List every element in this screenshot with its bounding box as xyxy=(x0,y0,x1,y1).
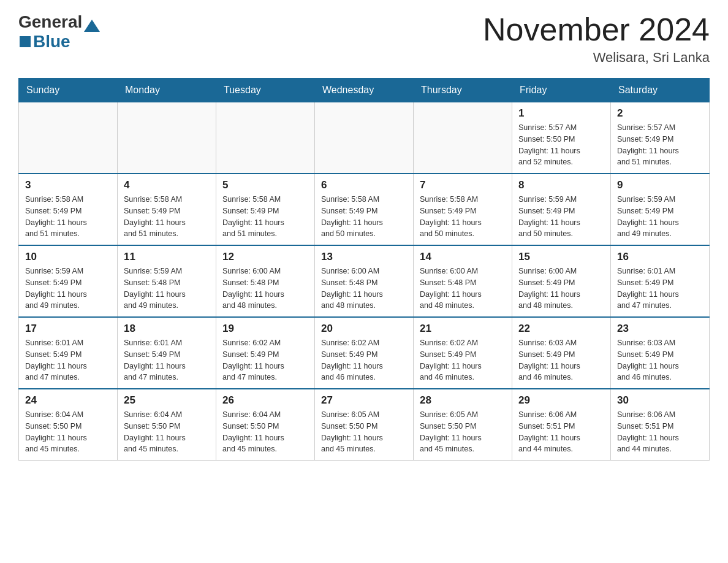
calendar-cell: 19Sunrise: 6:02 AMSunset: 5:49 PMDayligh… xyxy=(216,317,315,389)
calendar-cell: 29Sunrise: 6:06 AMSunset: 5:51 PMDayligh… xyxy=(512,389,611,461)
day-number: 20 xyxy=(321,323,407,335)
calendar-cell xyxy=(216,102,315,174)
day-number: 18 xyxy=(124,323,210,335)
day-info: Sunrise: 6:01 AMSunset: 5:49 PMDaylight:… xyxy=(25,337,111,383)
day-number: 11 xyxy=(124,251,210,263)
day-info: Sunrise: 5:59 AMSunset: 5:49 PMDaylight:… xyxy=(25,266,111,312)
calendar-cell: 16Sunrise: 6:01 AMSunset: 5:49 PMDayligh… xyxy=(611,245,710,317)
calendar-cell xyxy=(315,102,414,174)
calendar-cell: 25Sunrise: 6:04 AMSunset: 5:50 PMDayligh… xyxy=(118,389,216,461)
day-number: 12 xyxy=(222,251,308,263)
day-info: Sunrise: 5:58 AMSunset: 5:49 PMDaylight:… xyxy=(420,194,506,240)
day-info: Sunrise: 6:04 AMSunset: 5:50 PMDaylight:… xyxy=(124,409,210,455)
calendar-cell: 27Sunrise: 6:05 AMSunset: 5:50 PMDayligh… xyxy=(315,389,414,461)
day-info: Sunrise: 6:03 AMSunset: 5:49 PMDaylight:… xyxy=(617,337,703,383)
calendar-cell: 11Sunrise: 5:59 AMSunset: 5:48 PMDayligh… xyxy=(118,245,216,317)
day-number: 22 xyxy=(518,323,604,335)
calendar-week-row: 1Sunrise: 5:57 AMSunset: 5:50 PMDaylight… xyxy=(19,102,710,174)
day-info: Sunrise: 6:06 AMSunset: 5:51 PMDaylight:… xyxy=(518,409,604,455)
day-number: 13 xyxy=(321,251,407,263)
calendar-cell xyxy=(118,102,216,174)
day-number: 26 xyxy=(222,394,308,407)
day-number: 8 xyxy=(518,179,604,191)
day-info: Sunrise: 5:58 AMSunset: 5:49 PMDaylight:… xyxy=(25,194,111,240)
day-info: Sunrise: 6:00 AMSunset: 5:48 PMDaylight:… xyxy=(222,266,308,312)
day-info: Sunrise: 6:06 AMSunset: 5:51 PMDaylight:… xyxy=(617,409,703,455)
day-number: 4 xyxy=(124,179,210,191)
weekday-header-friday: Friday xyxy=(512,79,611,102)
day-info: Sunrise: 5:57 AMSunset: 5:49 PMDaylight:… xyxy=(617,122,703,168)
logo-text-general: General xyxy=(18,12,82,32)
header: General Blue November 2024 Welisara, Sri… xyxy=(18,12,710,66)
calendar-cell: 13Sunrise: 6:00 AMSunset: 5:48 PMDayligh… xyxy=(315,245,414,317)
day-number: 3 xyxy=(25,179,111,191)
day-number: 25 xyxy=(124,394,210,407)
day-number: 6 xyxy=(321,179,407,191)
day-number: 23 xyxy=(617,323,703,335)
calendar-cell: 9Sunrise: 5:59 AMSunset: 5:49 PMDaylight… xyxy=(611,174,710,245)
day-info: Sunrise: 5:57 AMSunset: 5:50 PMDaylight:… xyxy=(518,122,604,168)
calendar-week-row: 10Sunrise: 5:59 AMSunset: 5:49 PMDayligh… xyxy=(19,245,710,317)
location-title: Welisara, Sri Lanka xyxy=(483,50,710,66)
day-number: 7 xyxy=(420,179,506,191)
day-number: 5 xyxy=(222,179,308,191)
title-area: November 2024 Welisara, Sri Lanka xyxy=(483,12,710,66)
calendar-cell: 17Sunrise: 6:01 AMSunset: 5:49 PMDayligh… xyxy=(19,317,118,389)
day-info: Sunrise: 6:04 AMSunset: 5:50 PMDaylight:… xyxy=(25,409,111,455)
calendar-cell: 12Sunrise: 6:00 AMSunset: 5:48 PMDayligh… xyxy=(216,245,315,317)
weekday-header-saturday: Saturday xyxy=(611,79,710,102)
day-number: 30 xyxy=(617,394,703,407)
calendar-week-row: 17Sunrise: 6:01 AMSunset: 5:49 PMDayligh… xyxy=(19,317,710,389)
logo-text-blue: Blue xyxy=(33,32,70,52)
day-number: 21 xyxy=(420,323,506,335)
day-info: Sunrise: 6:00 AMSunset: 5:49 PMDaylight:… xyxy=(518,266,604,312)
day-number: 19 xyxy=(222,323,308,335)
day-info: Sunrise: 6:01 AMSunset: 5:49 PMDaylight:… xyxy=(124,337,210,383)
day-number: 2 xyxy=(617,107,703,120)
day-number: 24 xyxy=(25,394,111,407)
calendar-cell: 10Sunrise: 5:59 AMSunset: 5:49 PMDayligh… xyxy=(19,245,118,317)
day-info: Sunrise: 5:58 AMSunset: 5:49 PMDaylight:… xyxy=(321,194,407,240)
weekday-header-monday: Monday xyxy=(118,79,216,102)
calendar-cell: 24Sunrise: 6:04 AMSunset: 5:50 PMDayligh… xyxy=(19,389,118,461)
calendar-cell: 22Sunrise: 6:03 AMSunset: 5:49 PMDayligh… xyxy=(512,317,611,389)
day-info: Sunrise: 6:02 AMSunset: 5:49 PMDaylight:… xyxy=(321,337,407,383)
calendar-cell: 26Sunrise: 6:04 AMSunset: 5:50 PMDayligh… xyxy=(216,389,315,461)
day-number: 28 xyxy=(420,394,506,407)
day-number: 1 xyxy=(518,107,604,120)
weekday-header-row: SundayMondayTuesdayWednesdayThursdayFrid… xyxy=(19,79,710,102)
day-number: 9 xyxy=(617,179,703,191)
day-info: Sunrise: 5:58 AMSunset: 5:49 PMDaylight:… xyxy=(124,194,210,240)
day-info: Sunrise: 5:59 AMSunset: 5:48 PMDaylight:… xyxy=(124,266,210,312)
day-number: 10 xyxy=(25,251,111,263)
day-number: 16 xyxy=(617,251,703,263)
calendar-cell: 18Sunrise: 6:01 AMSunset: 5:49 PMDayligh… xyxy=(118,317,216,389)
calendar-cell: 8Sunrise: 5:59 AMSunset: 5:49 PMDaylight… xyxy=(512,174,611,245)
calendar-week-row: 24Sunrise: 6:04 AMSunset: 5:50 PMDayligh… xyxy=(19,389,710,461)
day-info: Sunrise: 6:05 AMSunset: 5:50 PMDaylight:… xyxy=(420,409,506,455)
day-info: Sunrise: 5:58 AMSunset: 5:49 PMDaylight:… xyxy=(222,194,308,240)
day-info: Sunrise: 6:00 AMSunset: 5:48 PMDaylight:… xyxy=(321,266,407,312)
day-info: Sunrise: 6:02 AMSunset: 5:49 PMDaylight:… xyxy=(420,337,506,383)
calendar-cell: 14Sunrise: 6:00 AMSunset: 5:48 PMDayligh… xyxy=(414,245,512,317)
day-info: Sunrise: 6:04 AMSunset: 5:50 PMDaylight:… xyxy=(222,409,308,455)
calendar-cell: 6Sunrise: 5:58 AMSunset: 5:49 PMDaylight… xyxy=(315,174,414,245)
calendar-cell: 28Sunrise: 6:05 AMSunset: 5:50 PMDayligh… xyxy=(414,389,512,461)
calendar-cell: 30Sunrise: 6:06 AMSunset: 5:51 PMDayligh… xyxy=(611,389,710,461)
weekday-header-sunday: Sunday xyxy=(19,79,118,102)
day-number: 15 xyxy=(518,251,604,263)
calendar-cell: 7Sunrise: 5:58 AMSunset: 5:49 PMDaylight… xyxy=(414,174,512,245)
calendar-cell xyxy=(19,102,118,174)
calendar-cell: 21Sunrise: 6:02 AMSunset: 5:49 PMDayligh… xyxy=(414,317,512,389)
day-info: Sunrise: 5:59 AMSunset: 5:49 PMDaylight:… xyxy=(617,194,703,240)
day-info: Sunrise: 6:01 AMSunset: 5:49 PMDaylight:… xyxy=(617,266,703,312)
weekday-header-wednesday: Wednesday xyxy=(315,79,414,102)
month-title: November 2024 xyxy=(483,12,710,47)
day-info: Sunrise: 6:05 AMSunset: 5:50 PMDaylight:… xyxy=(321,409,407,455)
logo: General Blue xyxy=(18,12,100,52)
calendar-cell: 1Sunrise: 5:57 AMSunset: 5:50 PMDaylight… xyxy=(512,102,611,174)
day-number: 14 xyxy=(420,251,506,263)
weekday-header-tuesday: Tuesday xyxy=(216,79,315,102)
calendar-cell xyxy=(414,102,512,174)
logo-triangle-icon xyxy=(84,20,100,32)
